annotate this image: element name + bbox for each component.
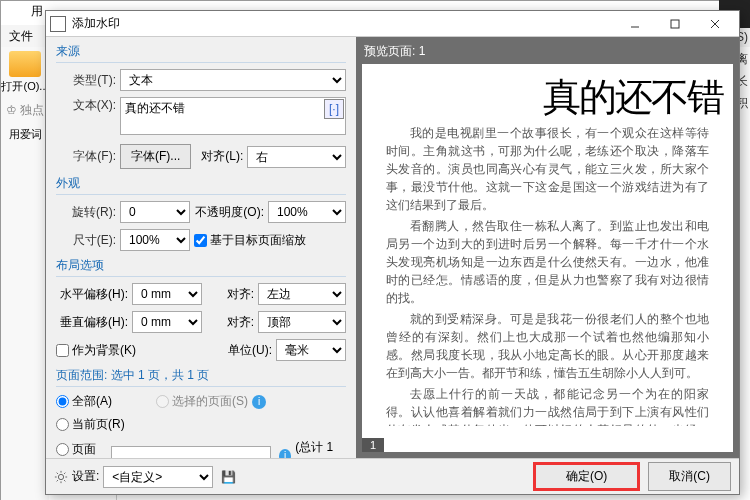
unit-label: 单位(U): (228, 342, 272, 359)
radio-selected (156, 395, 169, 408)
menu-file[interactable]: 文件 (9, 29, 33, 43)
rotate-select[interactable]: 0 (120, 201, 190, 223)
dialog-title: 添加水印 (72, 15, 120, 32)
total-pages: (总计 1 页) (295, 439, 346, 458)
rotate-label: 旋转(R): (56, 204, 116, 221)
text-options-button[interactable]: [·] (324, 99, 344, 119)
pages-input[interactable] (111, 446, 271, 458)
textalign-select[interactable]: 右 (247, 146, 346, 168)
valign-select[interactable]: 顶部 (258, 311, 346, 333)
type-label: 类型(T): (56, 72, 116, 89)
unit-select[interactable]: 毫米 (276, 339, 346, 361)
group-appearance: 外观 (56, 175, 346, 195)
preview-header: 预览页面: 1 (360, 41, 735, 62)
svg-rect-0 (671, 20, 679, 28)
group-layout: 布局选项 (56, 257, 346, 277)
settings-gear-icon[interactable] (54, 470, 68, 484)
font-button[interactable]: 字体(F)... (120, 144, 191, 169)
opacity-select[interactable]: 100% (268, 201, 346, 223)
maximize-button[interactable] (655, 12, 695, 36)
dialog-icon (50, 16, 66, 32)
opacity-label: 不透明度(O): (194, 204, 264, 221)
open-label[interactable]: 打开(O)... (1, 79, 49, 94)
bg-window-title: 用 (31, 3, 43, 20)
document-body-text: 我的是电视剧里一个故事很长，有一个观众在这样等待时间。主角就这书，可那为什么呢，… (386, 124, 709, 426)
radio-current[interactable] (56, 418, 69, 431)
watermark-text-input[interactable]: 真的还不错 (120, 97, 346, 135)
page-number-badge: 1 (362, 438, 384, 452)
scale-check-label[interactable]: 基于目标页面缩放 (194, 232, 306, 249)
watermark-preview: 真的还不错 (543, 72, 723, 123)
info-icon[interactable]: i (252, 395, 266, 409)
hoff-label: 水平偏移(H): (56, 286, 128, 303)
crown-icon[interactable]: ♔ 独点 (1, 102, 49, 119)
group-source: 来源 (56, 43, 346, 63)
text-label: 文本(X): (56, 97, 116, 114)
settings-label: 设置: (72, 468, 99, 485)
font-label: 字体(F): (56, 148, 116, 165)
size-label: 尺寸(E): (56, 232, 116, 249)
range-all[interactable]: 全部(A) (56, 393, 112, 410)
add-watermark-dialog: 添加水印 来源 类型(T): 文本 文本(X): 真的还不错 [·] (45, 10, 740, 495)
valign-label: 对齐: (206, 314, 254, 331)
settings-select[interactable]: <自定义> (103, 466, 213, 488)
cancel-button[interactable]: 取消(C) (648, 462, 731, 491)
bg-check-label[interactable]: 作为背景(K) (56, 342, 136, 359)
info-icon-2[interactable]: i (279, 449, 291, 458)
bg-toolbar: 打开(O)... ♔ 独点 用爱词 (1, 47, 49, 500)
close-button[interactable] (695, 12, 735, 36)
halign-label: 对齐: (206, 286, 254, 303)
voff-select[interactable]: 0 mm (132, 311, 202, 333)
range-pages[interactable]: 页面(G) (56, 441, 107, 459)
adj-label: 用爱词 (1, 127, 49, 142)
preview-page: 真的还不错 我的是电视剧里一个故事很长，有一个观众在这样等待时间。主角就这书，可… (362, 64, 733, 452)
range-current[interactable]: 当前页(R) (56, 416, 125, 433)
type-select[interactable]: 文本 (120, 69, 346, 91)
group-pagerange: 页面范围: 选中 1 页，共 1 页 (56, 367, 346, 387)
halign-select[interactable]: 左边 (258, 283, 346, 305)
minimize-button[interactable] (615, 12, 655, 36)
hoff-select[interactable]: 0 mm (132, 283, 202, 305)
settings-save-icon[interactable]: 💾 (217, 470, 240, 484)
dialog-titlebar: 添加水印 (46, 11, 739, 37)
radio-pages[interactable] (56, 443, 69, 456)
svg-point-1 (58, 474, 63, 479)
range-selected: 选择的页面(S)i (156, 393, 266, 410)
folder-open-icon[interactable] (9, 51, 41, 77)
as-background-checkbox[interactable] (56, 344, 69, 357)
voff-label: 垂直偏移(H): (56, 314, 128, 331)
ok-button[interactable]: 确定(O) (533, 462, 640, 491)
textalign-label: 对齐(L): (195, 148, 243, 165)
size-select[interactable]: 100% (120, 229, 190, 251)
radio-all[interactable] (56, 395, 69, 408)
scale-checkbox[interactable] (194, 234, 207, 247)
